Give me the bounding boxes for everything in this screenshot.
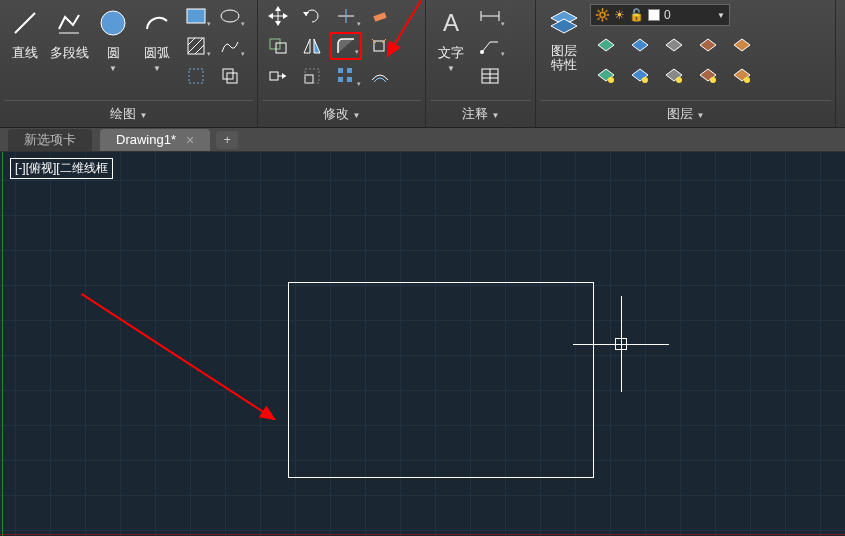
svg-marker-24: [304, 39, 310, 53]
layer-combo[interactable]: 🔆 ☀ 🔓 0 ▼: [590, 4, 730, 26]
array-button[interactable]: ▾: [330, 62, 362, 90]
layer-isolate-button[interactable]: [692, 32, 724, 60]
svg-marker-55: [734, 39, 750, 51]
rotate-button[interactable]: [296, 2, 328, 30]
svg-point-44: [480, 50, 484, 54]
arc-icon: [140, 6, 174, 40]
tabs-bar: 新选项卡 Drawing1*× +: [0, 128, 845, 152]
svg-rect-11: [227, 73, 237, 83]
svg-rect-26: [305, 75, 313, 83]
boundary-button[interactable]: [180, 62, 212, 90]
layer-freeze-button[interactable]: [624, 32, 656, 60]
close-icon[interactable]: ×: [186, 132, 194, 148]
stretch-button[interactable]: [262, 62, 294, 90]
panel-annotate-title: 注释▼: [430, 100, 531, 127]
svg-rect-10: [223, 69, 233, 79]
tab-newtab[interactable]: 新选项卡: [8, 129, 92, 151]
lock-icon: 🔓: [629, 8, 644, 22]
leader-button[interactable]: ▾: [474, 32, 506, 60]
sun-icon: ☀: [614, 8, 625, 22]
rectangle-button[interactable]: ▾: [180, 2, 212, 30]
svg-point-57: [608, 77, 614, 83]
svg-marker-14: [275, 6, 281, 11]
svg-marker-53: [666, 39, 682, 51]
circle-icon: [96, 6, 130, 40]
svg-text:A: A: [443, 9, 459, 36]
layer-copy-button[interactable]: [726, 62, 758, 90]
svg-marker-25: [314, 39, 320, 53]
svg-rect-18: [270, 39, 280, 49]
offset-button[interactable]: [364, 62, 396, 90]
panel-draw: 直线 多段线 圆 ▼ 圆弧 ▼ ▾ ▾ ▾: [0, 0, 258, 127]
move-button[interactable]: [262, 2, 294, 30]
svg-marker-17: [283, 13, 288, 19]
line-button[interactable]: 直线: [4, 2, 46, 94]
chevron-down-icon: ▼: [717, 11, 725, 20]
panel-annotate: A 文字 ▼ ▾ ▾ 注释▼: [426, 0, 536, 127]
ribbon: 直线 多段线 圆 ▼ 圆弧 ▼ ▾ ▾ ▾: [0, 0, 845, 128]
svg-point-61: [676, 77, 682, 83]
svg-point-9: [221, 10, 239, 22]
svg-marker-52: [632, 39, 648, 51]
text-icon: A: [434, 6, 468, 40]
svg-rect-33: [347, 77, 352, 82]
layer-on-button[interactable]: [590, 62, 622, 90]
fillet-button[interactable]: ▾: [330, 32, 362, 60]
svg-marker-54: [700, 39, 716, 51]
svg-marker-50: [551, 19, 577, 33]
svg-rect-34: [373, 12, 386, 22]
panel-modify: ▾ ▾ ▾ 修改▼: [258, 0, 426, 127]
svg-rect-30: [338, 68, 343, 73]
layer-name: 0: [664, 8, 671, 22]
spline-button[interactable]: ▾: [214, 32, 246, 60]
svg-rect-27: [305, 69, 319, 83]
mirror-button[interactable]: [296, 32, 328, 60]
region-button[interactable]: [214, 62, 246, 90]
svg-rect-31: [347, 68, 352, 73]
dimension-linear-button[interactable]: ▾: [474, 2, 506, 30]
svg-marker-15: [275, 21, 281, 26]
svg-line-7: [195, 45, 204, 54]
table-button[interactable]: [474, 62, 506, 90]
svg-marker-23: [303, 12, 309, 16]
annotation-arrow: [81, 293, 275, 420]
layer-properties-button[interactable]: 图层 特性: [540, 2, 588, 94]
tab-drawing[interactable]: Drawing1*×: [100, 129, 210, 151]
drawing-canvas[interactable]: [-][俯视][二维线框: [0, 152, 845, 536]
axis-y: [2, 152, 3, 536]
copy-button[interactable]: [262, 32, 294, 60]
svg-marker-51: [598, 39, 614, 51]
svg-line-5: [188, 38, 195, 45]
layer-thaw-button[interactable]: [624, 62, 656, 90]
panel-draw-title: 绘图▼: [4, 100, 253, 127]
axis-x: [0, 534, 845, 535]
svg-point-2: [101, 11, 125, 35]
arc-button[interactable]: 圆弧 ▼: [136, 2, 178, 94]
layer-lock-button[interactable]: [658, 32, 690, 60]
circle-button[interactable]: 圆 ▼: [92, 2, 134, 94]
svg-rect-8: [189, 69, 203, 83]
hatch-button[interactable]: ▾: [180, 32, 212, 60]
svg-point-65: [744, 77, 750, 83]
layer-unisolate-button[interactable]: [692, 62, 724, 90]
erase-button[interactable]: [364, 2, 396, 30]
scale-button[interactable]: [296, 62, 328, 90]
trim-button[interactable]: ▾: [330, 2, 362, 30]
color-swatch: [648, 9, 660, 21]
layer-unlock-button[interactable]: [658, 62, 690, 90]
drawn-rectangle: [288, 282, 594, 478]
svg-rect-19: [276, 43, 286, 53]
layer-match-button[interactable]: [726, 32, 758, 60]
text-button[interactable]: A 文字 ▼: [430, 2, 472, 94]
layer-off-button[interactable]: [590, 32, 622, 60]
svg-rect-32: [338, 77, 343, 82]
line-icon: [8, 6, 42, 40]
layers-icon: [547, 6, 581, 40]
tab-add-button[interactable]: +: [216, 131, 238, 149]
ellipse-button[interactable]: ▾: [214, 2, 246, 30]
svg-rect-3: [187, 9, 205, 23]
polyline-button[interactable]: 多段线: [48, 2, 90, 94]
view-label[interactable]: [-][俯视][二维线框: [10, 158, 113, 179]
svg-rect-4: [188, 38, 204, 54]
svg-point-63: [710, 77, 716, 83]
